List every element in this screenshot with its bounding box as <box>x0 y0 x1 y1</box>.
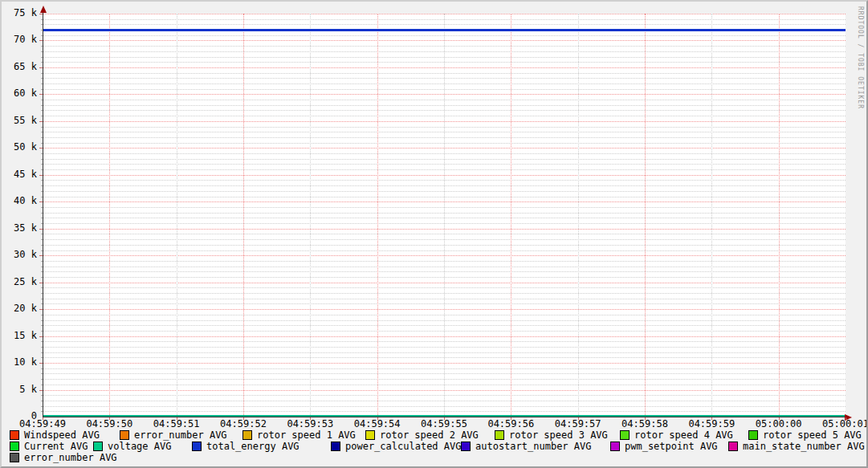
minor-gridline-h <box>43 299 846 299</box>
minor-gridline-v <box>711 14 712 417</box>
y-minor-tick <box>41 207 43 208</box>
minor-gridline-h <box>43 406 846 407</box>
y-minor-tick <box>41 213 43 214</box>
legend-label: autostart_number AVG <box>475 441 592 452</box>
y-axis-tick-label: 75 k <box>2 8 37 18</box>
x-axis-tick-label: 04:59:55 <box>410 419 478 429</box>
y-major-tick <box>39 67 43 68</box>
major-gridline-v <box>109 14 110 417</box>
y-axis-tick-label: 60 k <box>2 88 37 99</box>
major-gridline-h <box>43 175 846 176</box>
y-minor-tick <box>41 191 43 192</box>
y-minor-tick <box>41 51 43 52</box>
y-minor-tick <box>41 73 43 74</box>
major-gridline-h <box>43 148 846 149</box>
legend-swatch <box>728 442 738 451</box>
major-gridline-h <box>43 201 846 202</box>
y-minor-tick <box>41 197 43 197</box>
minor-gridline-h <box>43 277 846 278</box>
rrdtool-graph: 05 k10 k15 k20 k25 k30 k35 k40 k45 k50 k… <box>0 0 868 468</box>
minor-gridline-h <box>43 73 846 74</box>
major-gridline-v <box>243 14 244 417</box>
y-minor-tick <box>41 57 43 58</box>
major-gridline-h <box>43 255 846 256</box>
minor-gridline-h <box>43 250 846 251</box>
y-axis-tick-label: 50 k <box>2 142 37 153</box>
minor-gridline-h <box>43 357 846 358</box>
y-minor-tick <box>41 169 43 170</box>
y-minor-tick <box>41 395 43 396</box>
minor-gridline-h <box>43 352 846 353</box>
minor-gridline-h <box>43 267 846 267</box>
major-gridline-h <box>43 121 846 122</box>
major-gridline-h <box>43 94 846 95</box>
minor-gridline-h <box>43 197 846 197</box>
minor-gridline-h <box>43 153 846 154</box>
minor-gridline-h <box>43 368 846 369</box>
minor-gridline-h <box>43 379 846 380</box>
x-axis-tick <box>511 417 511 420</box>
x-axis-tick <box>645 417 646 420</box>
x-axis-tick-label: 04:59:51 <box>143 419 210 429</box>
legend-label: rotor speed 1 AVG <box>257 429 356 441</box>
minor-gridline-h <box>43 411 846 412</box>
minor-gridline-h <box>43 213 846 214</box>
x-axis-tick-label: 05:00:01 <box>812 419 868 429</box>
legend-item: main_state_number AVG <box>728 441 865 452</box>
legend-item: rotor speed 1 AVG <box>242 429 356 441</box>
y-minor-tick <box>41 153 43 154</box>
y-minor-tick <box>41 62 43 63</box>
minor-gridline-h <box>43 164 846 165</box>
y-minor-tick <box>41 19 43 20</box>
total-energy-line <box>43 29 846 31</box>
minor-gridline-h <box>43 46 846 47</box>
chart-canvas <box>43 14 846 417</box>
y-minor-tick <box>41 218 43 218</box>
y-minor-tick <box>41 287 43 288</box>
y-minor-tick <box>41 331 43 332</box>
x-axis-tick-label: 04:59:50 <box>75 419 143 429</box>
x-axis-tick-label: 04:59:54 <box>344 419 411 429</box>
y-axis-tick-label: 5 k <box>2 385 37 395</box>
legend-swatch <box>10 453 19 462</box>
legend-swatch <box>495 430 504 440</box>
y-minor-tick <box>41 250 43 251</box>
legend-label: rotor speed 2 AVG <box>380 429 479 441</box>
legend-swatch <box>120 430 129 440</box>
legend-label: Windspeed AVG <box>24 429 100 441</box>
y-minor-tick <box>41 180 43 181</box>
y-minor-tick <box>41 24 43 25</box>
minor-gridline-h <box>43 100 846 100</box>
minor-gridline-h <box>43 315 846 315</box>
legend-item: Windspeed AVG <box>10 429 100 441</box>
x-axis-tick <box>846 417 846 420</box>
legend-label: pwm_setpoint AVG <box>625 441 718 452</box>
major-gridline-h <box>43 40 846 41</box>
minor-gridline-h <box>43 239 846 240</box>
legend-swatch <box>610 442 620 451</box>
y-minor-tick <box>41 78 43 79</box>
y-minor-tick <box>41 223 43 224</box>
y-minor-tick <box>41 347 43 348</box>
legend-label: Current AVG <box>24 441 88 452</box>
y-axis-tick-label: 55 k <box>2 116 37 126</box>
y-minor-tick <box>41 325 43 326</box>
y-minor-tick <box>41 245 43 246</box>
y-minor-tick <box>41 406 43 407</box>
minor-gridline-h <box>43 78 846 79</box>
y-major-tick <box>39 148 43 149</box>
legend-item: error_number AVG <box>10 452 117 463</box>
watermark: RRDTOOL / TOBI OETIKER <box>857 6 864 109</box>
major-gridline-v <box>377 14 378 417</box>
x-axis-tick <box>177 417 177 420</box>
y-major-tick <box>39 94 43 95</box>
x-axis-tick <box>779 417 780 420</box>
minor-gridline-h <box>43 401 846 401</box>
y-minor-tick <box>41 143 43 144</box>
y-major-tick <box>39 309 43 310</box>
x-axis-tick-label: 04:59:58 <box>611 419 679 429</box>
x-axis-tick <box>711 417 712 420</box>
minor-gridline-h <box>43 325 846 326</box>
legend-item: rotor speed 2 AVG <box>365 429 479 441</box>
minor-gridline-h <box>43 137 846 138</box>
